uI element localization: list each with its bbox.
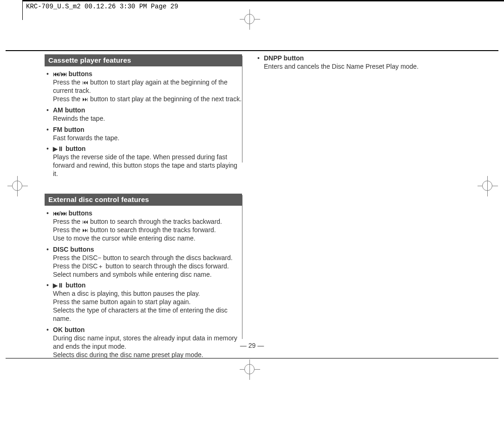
body-line: Rewinds the tape. (53, 115, 242, 123)
body-line: Plays the reverse side of the tape. When… (53, 153, 242, 178)
disc-section: External disc control features ⏮/⏭ butto… (45, 194, 242, 362)
column-divider-2 (242, 195, 242, 339)
prev-next-icon: ⏮/⏭ (53, 71, 67, 78)
cassette-section: Cassette player features ⏮/⏭ buttons Pre… (45, 54, 242, 181)
next-icon: ⏭ (82, 96, 88, 104)
cassette-fm-item: FM button Fast forwards the tape. (45, 126, 242, 143)
label-text: buttons (67, 209, 92, 217)
cassette-am-title: AM button (53, 106, 85, 114)
body-line: Press the ⏮ button to search through the… (53, 218, 242, 226)
text: Press the (53, 218, 82, 225)
cassette-am-item: AM button Rewinds the tape. (45, 106, 242, 123)
disc-ok-title: OK button (53, 326, 85, 333)
cassette-heading: Cassette player features (45, 54, 242, 66)
disc-discbtn-title: DISC buttons (53, 246, 94, 253)
header-bar (22, 0, 504, 1)
prev-icon: ⏮ (82, 218, 88, 226)
play-pause-icon: ▶⏸ (53, 282, 64, 290)
registration-mark-top-icon (240, 9, 260, 30)
text: button to start play at the beginning of… (88, 95, 242, 103)
cassette-fm-title: FM button (53, 126, 85, 133)
text: button to search through the discs backw… (101, 254, 233, 261)
dnpp-item: DNPP button Enters and cancels the Disc … (255, 54, 453, 71)
dnpp-title: DNPP button (264, 54, 304, 62)
text: Press the DISC (53, 254, 98, 261)
body-line: Press the ⏭ button to start play at the … (53, 95, 242, 104)
text: Press the DISC (53, 262, 98, 270)
text: button to search through the tracks forw… (88, 226, 216, 234)
plus-icon: ＋ (98, 263, 104, 271)
label-text: buttons (67, 70, 92, 78)
registration-mark-right-icon (478, 176, 498, 196)
label-text: button (64, 281, 85, 289)
cassette-skip-item: ⏮/⏭ buttons Press the ⏮ button to start … (45, 70, 242, 104)
cassette-play-title: ▶⏸ button (53, 145, 85, 152)
body-line: Press the DISC− button to search through… (53, 254, 242, 262)
document-meta: KRC-709_U.S_m2 00.12.26 3:30 PM Page 29 (26, 3, 178, 10)
body-line: Press the DISC＋ button to search through… (53, 262, 242, 271)
body-line: Fast forwards the tape. (53, 134, 242, 143)
disc-discbtn-item: DISC buttons Press the DISC− button to s… (45, 246, 242, 279)
cassette-skip-title: ⏮/⏭ buttons (53, 70, 92, 78)
header-tick (22, 1, 23, 20)
text: Press the (53, 78, 82, 86)
horizontal-rule-top (6, 50, 498, 51)
disc-skip-item: ⏮/⏭ buttons Press the ⏮ button to search… (45, 209, 242, 243)
body-line: Select numbers and symbols while enterin… (53, 271, 242, 279)
body-line: Use to move the cursor while entering di… (53, 235, 242, 243)
prev-icon: ⏮ (82, 79, 88, 87)
disc-skip-title: ⏮/⏭ buttons (53, 209, 92, 217)
disc-heading: External disc control features (45, 194, 242, 206)
registration-mark-left-icon (7, 176, 28, 196)
body-line: Enters and cancels the Disc Name Preset … (264, 63, 453, 71)
play-pause-icon: ▶⏸ (53, 145, 64, 153)
body-line: Press the same button again to start pla… (53, 298, 242, 306)
page-number: — 29 — (0, 342, 504, 349)
registration-mark-bottom-icon (240, 359, 260, 380)
text: button to search through the discs forwa… (104, 262, 229, 270)
disc-play-item: ▶⏸ button When a disc is playing, this b… (45, 281, 242, 323)
right-column: DNPP button Enters and cancels the Disc … (255, 54, 453, 74)
text: button to search through the tracks back… (88, 218, 222, 225)
body-line: Press the ⏮ button to start play again a… (53, 78, 242, 95)
body-line: Selects the type of characters at the ti… (53, 306, 242, 323)
text: Press the (53, 95, 82, 103)
label-text: button (64, 145, 85, 152)
disc-play-title: ▶⏸ button (53, 281, 85, 289)
next-icon: ⏭ (82, 227, 88, 235)
minus-icon: − (98, 254, 101, 262)
body-line: When a disc is playing, this button paus… (53, 290, 242, 298)
body-line: Press the ⏭ button to search through the… (53, 226, 242, 235)
text: Press the (53, 226, 82, 234)
prev-next-icon: ⏮/⏭ (53, 210, 67, 218)
body-line: Selects disc during the disc name preset… (53, 351, 242, 359)
cassette-play-item: ▶⏸ button Plays the reverse side of the … (45, 145, 242, 178)
column-divider-1 (242, 56, 242, 163)
